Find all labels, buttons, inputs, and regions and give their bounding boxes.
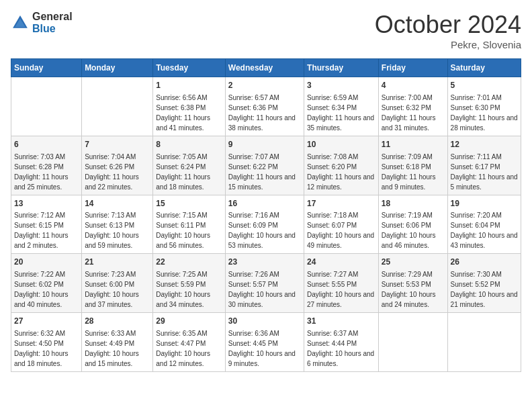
cell-content: Sunrise: 7:04 AMSunset: 6:26 PMDaylight:… <box>85 152 150 192</box>
logo-general-text: General <box>32 11 73 23</box>
cell-line: Daylight: 10 hours and 15 minutes. <box>85 349 150 369</box>
cell-line: Sunset: 6:06 PM <box>382 220 445 230</box>
cell-line: Sunset: 6:11 PM <box>156 220 222 230</box>
day-number: 22 <box>156 257 222 268</box>
calendar-cell: 5Sunrise: 7:01 AMSunset: 6:30 PMDaylight… <box>447 77 521 136</box>
day-number: 19 <box>451 198 518 210</box>
day-number: 8 <box>156 139 222 150</box>
day-number: 3 <box>307 80 375 91</box>
cell-line: Daylight: 11 hours and 41 minutes. <box>156 113 222 133</box>
calendar-cell: 31Sunrise: 6:37 AMSunset: 4:44 PMDayligh… <box>304 313 379 372</box>
cell-content: Sunrise: 7:26 AMSunset: 5:57 PMDaylight:… <box>228 269 301 310</box>
cell-line: Sunrise: 7:07 AM <box>228 152 301 162</box>
header-cell-thursday: Thursday <box>304 59 379 77</box>
calendar-cell: 3Sunrise: 6:59 AMSunset: 6:34 PMDaylight… <box>304 77 379 136</box>
cell-line: Sunrise: 7:27 AM <box>307 269 375 279</box>
day-number: 7 <box>85 139 150 150</box>
cell-line: Daylight: 10 hours and 12 minutes. <box>156 349 222 369</box>
calendar-cell: 19Sunrise: 7:20 AMSunset: 6:04 PMDayligh… <box>447 195 521 254</box>
calendar-cell <box>378 313 447 372</box>
cell-line: Sunrise: 7:25 AM <box>156 269 222 279</box>
cell-line: Sunset: 4:45 PM <box>228 338 301 349</box>
cell-line: Sunset: 6:34 PM <box>307 103 375 113</box>
calendar-cell <box>82 77 153 136</box>
cell-line: Daylight: 11 hours and 5 minutes. <box>451 172 518 192</box>
cell-line: Sunrise: 7:09 AM <box>382 152 445 162</box>
cell-content: Sunrise: 7:12 AMSunset: 6:15 PMDaylight:… <box>14 210 79 250</box>
cell-content: Sunrise: 6:59 AMSunset: 6:34 PMDaylight:… <box>307 93 375 133</box>
cell-line: Sunrise: 7:03 AM <box>14 152 79 162</box>
cell-line: Sunrise: 6:35 AM <box>156 328 222 338</box>
cell-line: Daylight: 11 hours and 22 minutes. <box>85 172 150 192</box>
day-number: 31 <box>307 316 375 327</box>
cell-content: Sunrise: 7:18 AMSunset: 6:07 PMDaylight:… <box>307 210 375 250</box>
cell-line: Sunrise: 7:01 AM <box>451 93 518 103</box>
header-cell-tuesday: Tuesday <box>153 59 225 77</box>
cell-line: Sunset: 6:02 PM <box>14 279 79 289</box>
cell-line: Sunset: 6:15 PM <box>14 220 79 230</box>
cell-content: Sunrise: 7:25 AMSunset: 5:59 PMDaylight:… <box>156 269 222 310</box>
cell-content: Sunrise: 7:11 AMSunset: 6:17 PMDaylight:… <box>451 152 518 192</box>
cell-line: Sunrise: 6:33 AM <box>85 328 150 338</box>
cell-line: Sunset: 6:18 PM <box>382 162 445 172</box>
cell-line: Sunset: 4:47 PM <box>156 338 222 349</box>
cell-line: Sunset: 6:38 PM <box>156 103 222 113</box>
calendar-cell <box>11 77 82 136</box>
cell-line: Sunrise: 7:13 AM <box>85 210 150 220</box>
day-number: 1 <box>156 80 222 91</box>
cell-content: Sunrise: 7:00 AMSunset: 6:32 PMDaylight:… <box>382 93 445 133</box>
logo-blue-text: Blue <box>32 23 73 35</box>
cell-line: Sunrise: 7:15 AM <box>156 210 222 220</box>
cell-line: Daylight: 10 hours and 43 minutes. <box>451 230 518 250</box>
cell-line: Sunrise: 7:11 AM <box>451 152 518 162</box>
day-number: 28 <box>85 316 150 327</box>
cell-content: Sunrise: 7:30 AMSunset: 5:52 PMDaylight:… <box>451 269 518 310</box>
calendar-row: 13Sunrise: 7:12 AMSunset: 6:15 PMDayligh… <box>11 195 521 254</box>
cell-line: Sunrise: 7:29 AM <box>382 269 445 279</box>
cell-line: Sunset: 6:09 PM <box>228 220 301 230</box>
cell-content: Sunrise: 7:20 AMSunset: 6:04 PMDaylight:… <box>451 210 518 250</box>
cell-content: Sunrise: 6:36 AMSunset: 4:45 PMDaylight:… <box>228 328 301 369</box>
calendar-cell: 4Sunrise: 7:00 AMSunset: 6:32 PMDaylight… <box>378 77 447 136</box>
logo-text: General Blue <box>32 11 73 34</box>
cell-line: Daylight: 10 hours and 6 minutes. <box>307 349 375 369</box>
title-area: October 2024 Pekre, Slovenia <box>375 11 521 50</box>
cell-content: Sunrise: 7:05 AMSunset: 6:24 PMDaylight:… <box>156 152 222 192</box>
cell-line: Sunrise: 7:00 AM <box>382 93 445 103</box>
month-title: October 2024 <box>375 11 521 39</box>
header-cell-friday: Friday <box>378 59 447 77</box>
cell-line: Sunrise: 7:20 AM <box>451 210 518 220</box>
day-number: 18 <box>382 198 445 210</box>
cell-line: Sunrise: 6:37 AM <box>307 328 375 338</box>
day-number: 27 <box>14 316 79 327</box>
calendar-cell: 30Sunrise: 6:36 AMSunset: 4:45 PMDayligh… <box>225 313 304 372</box>
cell-content: Sunrise: 7:08 AMSunset: 6:20 PMDaylight:… <box>307 152 375 192</box>
cell-line: Sunset: 5:59 PM <box>156 279 222 289</box>
calendar-cell: 17Sunrise: 7:18 AMSunset: 6:07 PMDayligh… <box>304 195 379 254</box>
header-cell-saturday: Saturday <box>447 59 521 77</box>
day-number: 9 <box>228 139 301 150</box>
calendar-cell: 15Sunrise: 7:15 AMSunset: 6:11 PMDayligh… <box>153 195 225 254</box>
calendar-cell: 25Sunrise: 7:29 AMSunset: 5:53 PMDayligh… <box>378 254 447 313</box>
cell-content: Sunrise: 7:19 AMSunset: 6:06 PMDaylight:… <box>382 210 445 250</box>
cell-line: Sunset: 6:07 PM <box>307 220 375 230</box>
day-number: 25 <box>382 257 445 268</box>
cell-content: Sunrise: 6:57 AMSunset: 6:36 PMDaylight:… <box>228 93 301 133</box>
day-number: 10 <box>307 139 375 150</box>
logo: General Blue <box>11 11 73 34</box>
cell-line: Sunset: 6:00 PM <box>85 279 150 289</box>
day-number: 21 <box>85 257 150 268</box>
cell-content: Sunrise: 6:56 AMSunset: 6:38 PMDaylight:… <box>156 93 222 133</box>
cell-line: Sunrise: 7:19 AM <box>382 210 445 220</box>
day-number: 15 <box>156 198 222 210</box>
day-number: 29 <box>156 316 222 327</box>
cell-line: Sunset: 4:49 PM <box>85 338 150 349</box>
cell-line: Sunset: 6:32 PM <box>382 103 445 113</box>
cell-line: Sunrise: 7:23 AM <box>85 269 150 279</box>
cell-content: Sunrise: 7:09 AMSunset: 6:18 PMDaylight:… <box>382 152 445 192</box>
day-number: 14 <box>85 198 150 210</box>
calendar-cell: 12Sunrise: 7:11 AMSunset: 6:17 PMDayligh… <box>447 136 521 195</box>
calendar-cell: 6Sunrise: 7:03 AMSunset: 6:28 PMDaylight… <box>11 136 82 195</box>
header-cell-sunday: Sunday <box>11 59 82 77</box>
cell-line: Sunrise: 6:57 AM <box>228 93 301 103</box>
